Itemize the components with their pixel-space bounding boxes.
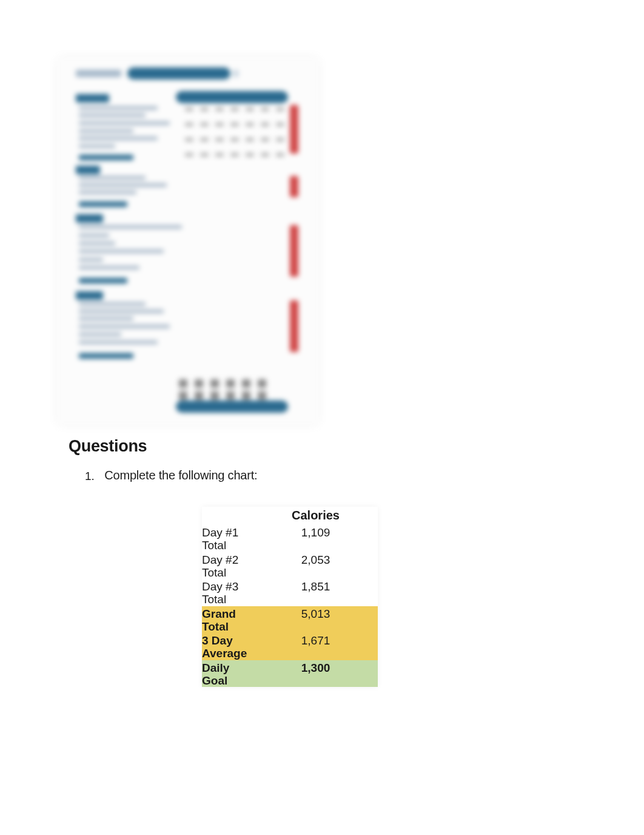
calories-table: Calories Day #1 Total 1,109 Day #2 Total… [202, 507, 378, 687]
blurred-nutrition-sheet [58, 58, 318, 425]
row-label: Grand Total [202, 606, 253, 634]
row-value: 5,013 [253, 606, 378, 634]
row-value: 2,053 [253, 552, 378, 580]
table-header-row: Calories [202, 507, 378, 525]
question-list: 1. Complete the following chart: [85, 468, 257, 483]
row-value: 1,109 [253, 525, 378, 552]
table-row-average: 3 Day Average 1,671 [202, 633, 378, 660]
table-row-daily-goal: Daily Goal 1,300 [202, 660, 378, 688]
table-row-grand-total: Grand Total 5,013 [202, 606, 378, 634]
question-item: 1. Complete the following chart: [85, 468, 257, 483]
question-number: 1. [85, 468, 95, 483]
header-label-cell [202, 507, 253, 525]
row-value: 1,851 [253, 579, 378, 606]
header-value-cell: Calories [253, 507, 378, 525]
row-value: 1,671 [253, 633, 378, 660]
table-row: Day #3 Total 1,851 [202, 579, 378, 606]
row-label: 3 Day Average [202, 633, 253, 660]
table-row: Day #2 Total 2,053 [202, 552, 378, 580]
row-label: Day #2 Total [202, 552, 253, 580]
row-label: Daily Goal [202, 660, 253, 688]
table-row: Day #1 Total 1,109 [202, 525, 378, 552]
row-value: 1,300 [253, 660, 378, 688]
row-label: Day #1 Total [202, 525, 253, 552]
questions-heading: Questions [69, 437, 147, 456]
row-label: Day #3 Total [202, 579, 253, 606]
question-text: Complete the following chart: [104, 468, 257, 482]
